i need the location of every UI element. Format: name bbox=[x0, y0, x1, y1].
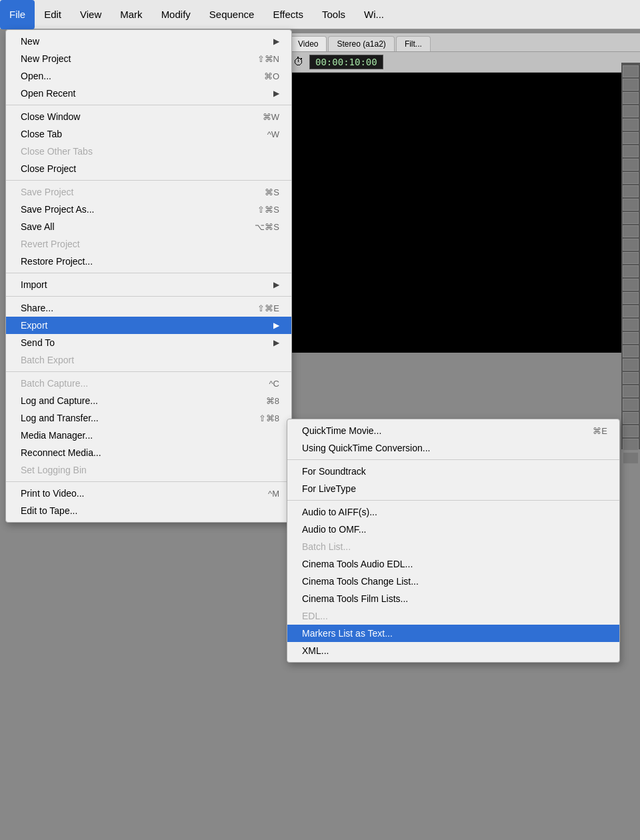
submenu-item-markers-list-label: Markers List as Text... bbox=[302, 628, 393, 639]
film-frame bbox=[623, 385, 639, 397]
file-menu: New ▶ New Project ⇧⌘N Open... ⌘O Open Re… bbox=[5, 29, 292, 523]
submenu-item-cinema-audio-edl[interactable]: Cinema Tools Audio EDL... bbox=[287, 555, 619, 573]
menu-item-media-manager[interactable]: Media Manager... bbox=[6, 427, 291, 444]
arrow-icon: ▶ bbox=[273, 321, 279, 330]
film-frame bbox=[623, 105, 639, 117]
menu-item-open[interactable]: Open... ⌘O bbox=[6, 67, 291, 85]
video-tab-stereo[interactable]: Stereo (a1a2) bbox=[328, 36, 394, 51]
menu-item-share[interactable]: Share... ⇧⌘E bbox=[6, 299, 291, 317]
menu-item-reconnect-media[interactable]: Reconnect Media... bbox=[6, 444, 291, 461]
arrow-icon: ▶ bbox=[273, 89, 279, 98]
menubar-modify[interactable]: Modify bbox=[152, 0, 200, 29]
shortcut-close-window: ⌘W bbox=[263, 112, 279, 122]
menu-item-edit-to-tape[interactable]: Edit to Tape... bbox=[6, 502, 291, 519]
menu-item-close-project[interactable]: Close Project bbox=[6, 160, 291, 177]
menu-item-save-all[interactable]: Save All ⌥⌘S bbox=[6, 218, 291, 235]
menu-item-reconnect-media-label: Reconnect Media... bbox=[21, 447, 101, 458]
film-frame bbox=[623, 159, 639, 171]
film-frame bbox=[623, 452, 639, 464]
separator bbox=[287, 459, 619, 460]
menu-item-open-recent[interactable]: Open Recent ▶ bbox=[6, 85, 291, 102]
menubar-tools[interactable]: Tools bbox=[313, 0, 355, 29]
menu-item-new-project[interactable]: New Project ⇧⌘N bbox=[6, 50, 291, 67]
film-frame bbox=[623, 172, 639, 184]
film-frame bbox=[623, 225, 639, 237]
separator bbox=[6, 180, 291, 181]
menu-item-close-other-tabs-label: Close Other Tabs bbox=[21, 146, 93, 157]
submenu-item-using-qt-conversion[interactable]: Using QuickTime Conversion... bbox=[287, 439, 619, 457]
submenu-item-audio-to-aiff[interactable]: Audio to AIFF(s)... bbox=[287, 503, 619, 521]
menu-item-import[interactable]: Import ▶ bbox=[6, 276, 291, 293]
shortcut-close-tab: ^W bbox=[267, 129, 279, 139]
menu-item-close-tab[interactable]: Close Tab ^W bbox=[6, 125, 291, 143]
film-frame bbox=[623, 439, 639, 451]
submenu-item-for-livetype[interactable]: For LiveType bbox=[287, 480, 619, 497]
menu-item-close-window-label: Close Window bbox=[21, 111, 80, 122]
separator bbox=[6, 105, 291, 105]
menu-item-close-other-tabs: Close Other Tabs bbox=[6, 143, 291, 160]
video-tab-video[interactable]: Video bbox=[289, 36, 327, 51]
submenu-item-markers-list[interactable]: Markers List as Text... bbox=[287, 625, 619, 642]
menu-item-export[interactable]: Export ▶ bbox=[6, 317, 291, 334]
menu-item-print-to-video[interactable]: Print to Video... ^M bbox=[6, 485, 291, 502]
shortcut-share: ⇧⌘E bbox=[257, 303, 279, 313]
clock-icon: ⏱ bbox=[292, 55, 305, 69]
film-frame bbox=[623, 279, 639, 291]
film-frame bbox=[623, 305, 639, 317]
submenu-item-for-soundtrack-label: For Soundtrack bbox=[302, 466, 366, 477]
filmstrip bbox=[621, 63, 640, 449]
separator bbox=[6, 296, 291, 297]
menubar-view[interactable]: View bbox=[71, 0, 111, 29]
menu-item-close-window[interactable]: Close Window ⌘W bbox=[6, 108, 291, 125]
menubar-sequence[interactable]: Sequence bbox=[200, 0, 264, 29]
submenu-item-audio-to-omf[interactable]: Audio to OMF... bbox=[287, 521, 619, 538]
submenu-item-xml[interactable]: XML... bbox=[287, 642, 619, 659]
menubar-edit[interactable]: Edit bbox=[35, 0, 71, 29]
arrow-icon: ▶ bbox=[273, 280, 279, 289]
menubar-window[interactable]: Wi... bbox=[355, 0, 393, 29]
submenu-item-cinema-audio-edl-label: Cinema Tools Audio EDL... bbox=[302, 559, 413, 569]
menu-item-new-label: New bbox=[21, 36, 39, 47]
menu-item-open-recent-label: Open Recent bbox=[21, 88, 76, 99]
film-frame bbox=[623, 359, 639, 371]
shortcut-save-all: ⌥⌘S bbox=[255, 222, 279, 232]
submenu-item-for-soundtrack[interactable]: For Soundtrack bbox=[287, 463, 619, 480]
menu-item-media-manager-label: Media Manager... bbox=[21, 430, 93, 441]
submenu-item-cinema-change-list-label: Cinema Tools Change List... bbox=[302, 576, 419, 587]
menubar-file[interactable]: File bbox=[0, 0, 35, 29]
menu-item-send-to[interactable]: Send To ▶ bbox=[6, 334, 291, 351]
arrow-icon: ▶ bbox=[273, 338, 279, 347]
menu-item-log-and-transfer[interactable]: Log and Transfer... ⇧⌘8 bbox=[6, 409, 291, 427]
submenu-item-cinema-film-lists-label: Cinema Tools Film Lists... bbox=[302, 593, 408, 604]
film-frame bbox=[623, 372, 639, 384]
menubar-mark[interactable]: Mark bbox=[111, 0, 151, 29]
video-tab-filter[interactable]: Filt... bbox=[396, 36, 431, 51]
shortcut-log-and-capture: ⌘8 bbox=[266, 396, 279, 406]
timecode-bar: ⏱ 00:00:10:00 bbox=[287, 52, 640, 73]
video-panel: Video Stereo (a1a2) Filt... ⏱ 00:00:10:0… bbox=[287, 33, 640, 447]
menu-item-save-project-as[interactable]: Save Project As... ⇧⌘S bbox=[6, 201, 291, 218]
film-frame bbox=[623, 292, 639, 304]
menu-item-set-logging-bin: Set Logging Bin bbox=[6, 461, 291, 479]
shortcut-quicktime-movie: ⌘E bbox=[593, 426, 607, 436]
menu-item-print-to-video-label: Print to Video... bbox=[21, 488, 84, 499]
submenu-item-quicktime-movie-label: QuickTime Movie... bbox=[302, 425, 381, 436]
submenu-item-cinema-change-list[interactable]: Cinema Tools Change List... bbox=[287, 573, 619, 590]
film-frame bbox=[623, 345, 639, 357]
submenu-item-cinema-film-lists[interactable]: Cinema Tools Film Lists... bbox=[287, 590, 619, 607]
submenu-item-quicktime-movie[interactable]: QuickTime Movie... ⌘E bbox=[287, 422, 619, 439]
menu-item-send-to-label: Send To bbox=[21, 337, 55, 348]
menu-item-close-tab-label: Close Tab bbox=[21, 129, 62, 139]
menu-item-restore-project[interactable]: Restore Project... bbox=[6, 253, 291, 270]
menubar-effects[interactable]: Effects bbox=[263, 0, 313, 29]
menu-item-save-all-label: Save All bbox=[21, 221, 55, 232]
film-frame bbox=[623, 252, 639, 264]
menu-item-new[interactable]: New ▶ bbox=[6, 33, 291, 50]
menu-item-log-and-capture[interactable]: Log and Capture... ⌘8 bbox=[6, 392, 291, 409]
menu-item-new-project-label: New Project bbox=[21, 53, 71, 64]
film-frame bbox=[623, 119, 639, 131]
film-frame bbox=[623, 185, 639, 197]
separator bbox=[6, 481, 291, 482]
shortcut-log-and-transfer: ⇧⌘8 bbox=[259, 413, 279, 423]
shortcut-save-project-as: ⇧⌘S bbox=[257, 205, 279, 215]
